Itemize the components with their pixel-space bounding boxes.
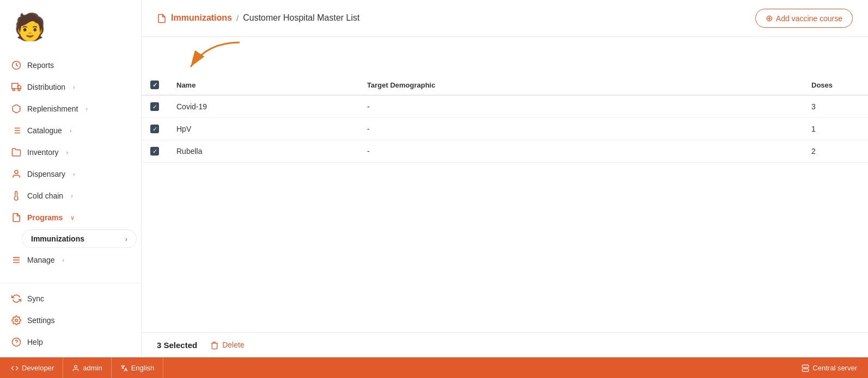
sidebar-bottom: Sync Settings Help: [0, 283, 141, 357]
footer-right: Central server: [802, 363, 857, 372]
annotation-arrow: [174, 37, 283, 75]
svg-text:🧑: 🧑: [14, 11, 44, 41]
row-target-demographic: -: [358, 118, 803, 140]
svg-point-5: [18, 89, 20, 91]
sidebar-item-programs-label: Programs: [27, 213, 63, 222]
footer-admin[interactable]: admin: [63, 357, 111, 378]
thermometer-icon: [11, 190, 22, 201]
breadcrumb-main[interactable]: Immunizations: [171, 13, 232, 23]
sidebar-item-programs[interactable]: Programs ∨: [0, 207, 141, 228]
chart-icon: [11, 60, 22, 71]
document-icon: [11, 212, 22, 223]
sidebar-item-help-label: Help: [27, 338, 43, 346]
row-name: Covid-19: [168, 95, 358, 118]
user-icon: [72, 363, 80, 372]
breadcrumb: Immunizations / Customer Hospital Master…: [157, 13, 359, 23]
bottom-bar: 3 Selected Delete: [142, 332, 868, 357]
server-icon: [802, 363, 809, 372]
svg-point-17: [15, 319, 18, 322]
sidebar-item-reports-label: Reports: [27, 61, 54, 70]
row-doses: 3: [803, 95, 868, 118]
row-checkbox[interactable]: [150, 147, 159, 156]
add-vaccine-course-button[interactable]: ⊕ Add vaccine course: [755, 9, 853, 28]
chevron-icon: ›: [66, 149, 69, 156]
sidebar-item-replenishment-label: Replenishment: [27, 104, 78, 113]
table-row: Rubella - 2: [142, 140, 868, 163]
footer-left: Developer admin English: [11, 357, 163, 378]
row-name: Rubella: [168, 140, 358, 163]
target-demographic-column-header: Target Demographic: [358, 75, 803, 95]
sync-icon: [11, 293, 22, 304]
sidebar-item-cold-chain-label: Cold chain: [27, 191, 63, 200]
footer-server-label: Central server: [812, 364, 857, 372]
footer-developer-label: Developer: [22, 364, 54, 372]
sidebar-item-sync-label: Sync: [27, 294, 44, 303]
code-icon: [11, 363, 19, 372]
vaccine-table: Name Target Demographic Doses Covid-19 -…: [142, 75, 868, 163]
select-all-header: [142, 75, 168, 95]
sidebar-item-settings[interactable]: Settings: [0, 309, 141, 331]
sidebar-nav: Reports Distribution › Replenishment ›: [0, 50, 141, 283]
programs-sub-nav: Immunizations ›: [0, 230, 141, 248]
chevron-icon: ›: [71, 193, 73, 199]
sidebar-item-catalogue-label: Catalogue: [27, 126, 62, 135]
breadcrumb-sub: Customer Hospital Master List: [243, 13, 359, 23]
row-checkbox[interactable]: [150, 125, 159, 133]
chevron-icon: ›: [73, 84, 75, 90]
person-icon: [11, 169, 22, 179]
truck-icon: [11, 82, 22, 92]
plus-icon: ⊕: [766, 13, 773, 23]
row-doses: 2: [803, 140, 868, 163]
sidebar-item-immunizations[interactable]: Immunizations ›: [22, 230, 137, 248]
row-checkbox[interactable]: [150, 102, 159, 111]
footer-admin-label: admin: [83, 364, 102, 372]
svg-rect-23: [803, 369, 809, 371]
sidebar-item-dispensary-label: Dispensary: [27, 170, 65, 178]
sidebar-item-replenishment[interactable]: Replenishment ›: [0, 98, 141, 120]
footer-language[interactable]: English: [112, 357, 164, 378]
delete-button[interactable]: Delete: [210, 340, 244, 350]
inventory-icon: [11, 147, 22, 158]
chevron-icon: ›: [70, 127, 72, 134]
svg-point-4: [13, 89, 15, 91]
arrow-annotation: [142, 37, 868, 75]
help-icon: [11, 337, 22, 348]
sidebar-item-settings-label: Settings: [27, 316, 55, 325]
footer-developer[interactable]: Developer: [11, 357, 63, 378]
app-logo: 🧑: [11, 9, 44, 41]
select-all-checkbox[interactable]: [150, 80, 159, 89]
chevron-icon: ›: [85, 106, 88, 112]
svg-marker-3: [18, 85, 21, 89]
row-target-demographic: -: [358, 140, 803, 163]
svg-rect-2: [12, 83, 18, 89]
row-doses: 1: [803, 118, 868, 140]
sidebar-item-distribution[interactable]: Distribution ›: [0, 76, 141, 98]
svg-point-21: [75, 365, 77, 368]
doses-column-header: Doses: [803, 75, 868, 95]
selected-count: 3 Selected: [157, 340, 197, 350]
immunizations-label: Immunizations: [31, 234, 84, 243]
sidebar-item-sync[interactable]: Sync: [0, 288, 141, 309]
sidebar-item-manage[interactable]: Manage ›: [0, 249, 141, 271]
sidebar-item-distribution-label: Distribution: [27, 83, 65, 91]
row-checkbox-cell: [142, 140, 168, 163]
sidebar-item-dispensary[interactable]: Dispensary ›: [0, 163, 141, 185]
table-area: Name Target Demographic Doses Covid-19 -…: [142, 75, 868, 332]
sidebar-item-inventory-label: Inventory: [27, 148, 59, 157]
table-row: Covid-19 - 3: [142, 95, 868, 118]
breadcrumb-icon: [157, 13, 167, 23]
sidebar-item-catalogue[interactable]: Catalogue ›: [0, 120, 141, 141]
sidebar-item-reports[interactable]: Reports: [0, 54, 141, 76]
sidebar-item-help[interactable]: Help: [0, 331, 141, 353]
delete-label: Delete: [222, 340, 244, 349]
row-checkbox-cell: [142, 95, 168, 118]
breadcrumb-separator: /: [236, 14, 239, 23]
row-name: HpV: [168, 118, 358, 140]
row-target-demographic: -: [358, 95, 803, 118]
list-icon: [11, 125, 22, 136]
sidebar-item-inventory[interactable]: Inventory ›: [0, 141, 141, 163]
chevron-icon: ›: [73, 171, 75, 177]
sidebar-item-cold-chain[interactable]: Cold chain ›: [0, 185, 141, 207]
chevron-icon: ›: [63, 257, 65, 263]
footer-bar: Developer admin English Central server: [0, 357, 868, 378]
